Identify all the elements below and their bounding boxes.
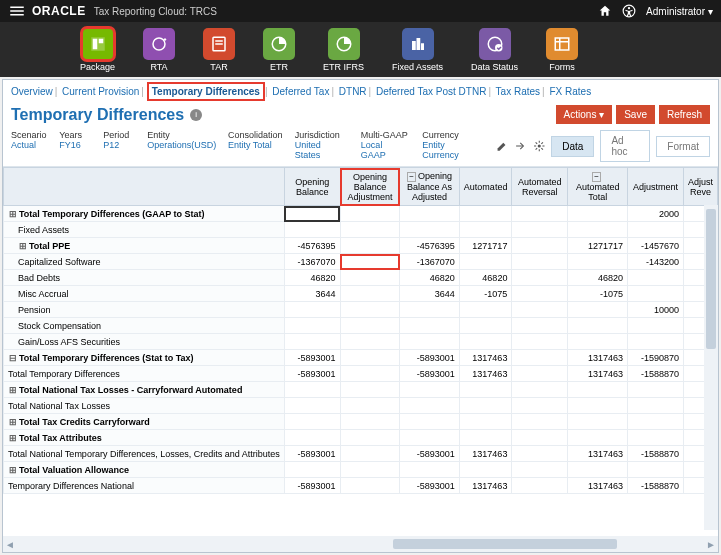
nav-tar[interactable]: TAR [203,28,235,72]
row-label[interactable]: Gain/Loss AFS Securities [4,334,285,350]
tab-current-provision[interactable]: Current Provision [62,86,139,97]
tab-temporary-differences[interactable]: Temporary Differences [149,84,263,99]
expand-icon[interactable]: ⊞ [8,465,17,475]
row-label[interactable]: ⊞Total National Tax Losses - Carryforwar… [4,382,285,398]
cell[interactable]: -1588870 [628,478,684,494]
cell[interactable] [568,462,628,478]
cell[interactable] [628,430,684,446]
row-label[interactable]: ⊞Total PPE [4,238,285,254]
cell[interactable]: -1457670 [628,238,684,254]
cell[interactable] [512,318,568,334]
table-row[interactable]: ⊞Total Temporary Differences (GAAP to St… [4,206,718,222]
cell[interactable]: 1317463 [459,478,512,494]
col-adjust-reve[interactable]: Adjust Reve [683,168,717,206]
cell[interactable]: -1075 [568,286,628,302]
cell[interactable]: -5893001 [284,350,340,366]
table-row[interactable]: ⊞Total Tax Attributes [4,430,718,446]
col-opening-balance-adjusted[interactable]: −Opening Balance As Adjusted [400,168,460,206]
home-icon[interactable] [598,4,612,18]
cell[interactable]: 1317463 [459,446,512,462]
col-opening-balance[interactable]: Opening Balance [284,168,340,206]
cell[interactable] [512,350,568,366]
cell[interactable]: 46820 [459,270,512,286]
scroll-right-icon[interactable]: ► [704,539,718,550]
cell[interactable]: -1588870 [628,366,684,382]
cell[interactable] [628,270,684,286]
cell[interactable]: -1075 [459,286,512,302]
cell[interactable]: 1271717 [568,238,628,254]
cell[interactable] [340,366,400,382]
cell[interactable]: -5893001 [284,446,340,462]
cell[interactable] [284,206,340,222]
cell[interactable]: -1588870 [628,446,684,462]
row-label[interactable]: Misc Accrual [4,286,285,302]
cell[interactable] [459,414,512,430]
expand-icon[interactable]: ⊞ [8,209,17,219]
vertical-scrollbar[interactable] [704,205,718,530]
cell[interactable] [400,382,460,398]
cell[interactable] [628,318,684,334]
cell[interactable] [459,334,512,350]
cell[interactable] [568,398,628,414]
cell[interactable] [512,334,568,350]
cell[interactable] [340,462,400,478]
row-label[interactable]: Total Temporary Differences [4,366,285,382]
table-row[interactable]: Stock Compensation [4,318,718,334]
col-automated[interactable]: Automated [459,168,512,206]
collapse-icon[interactable]: − [407,172,416,182]
cell[interactable]: -5893001 [400,478,460,494]
expand-icon[interactable]: ⊞ [8,417,17,427]
cell[interactable] [400,414,460,430]
table-row[interactable]: Gain/Loss AFS Securities [4,334,718,350]
col-opening-balance-adjustment[interactable]: Opening Balance Adjustment [340,168,400,206]
cell[interactable] [340,350,400,366]
cell[interactable] [284,382,340,398]
actions-button[interactable]: Actions ▾ [556,105,613,124]
cell[interactable]: 1317463 [459,366,512,382]
cell[interactable] [459,206,512,222]
cell[interactable] [400,302,460,318]
cell[interactable] [628,286,684,302]
view-tab-format[interactable]: Format [656,136,710,157]
menu-icon[interactable] [8,2,26,20]
row-label[interactable]: Fixed Assets [4,222,285,238]
cell[interactable] [568,414,628,430]
nav-rta[interactable]: RTA [143,28,175,72]
nav-etr[interactable]: ETR [263,28,295,72]
cell[interactable]: 10000 [628,302,684,318]
cell[interactable] [284,430,340,446]
cell[interactable] [568,206,628,222]
pov-multigaap[interactable]: Multi-GAAPLocal GAAP [361,130,408,160]
cell[interactable]: -1367070 [284,254,340,270]
cell[interactable]: 1317463 [568,366,628,382]
cell[interactable]: 46820 [400,270,460,286]
cell[interactable] [284,398,340,414]
cell[interactable] [512,462,568,478]
cell[interactable]: 1271717 [459,238,512,254]
table-row[interactable]: ⊞Total Valuation Allowance [4,462,718,478]
row-label[interactable]: Total National Tax Losses [4,398,285,414]
nav-package[interactable]: Package [80,28,115,72]
cell[interactable] [512,382,568,398]
expand-icon[interactable]: ⊞ [8,433,17,443]
cell[interactable]: -1590870 [628,350,684,366]
cell[interactable] [340,446,400,462]
cell[interactable] [400,222,460,238]
view-tab-adhoc[interactable]: Ad hoc [600,130,650,162]
row-label[interactable]: Pension [4,302,285,318]
tab-overview[interactable]: Overview [11,86,53,97]
pov-jurisdiction[interactable]: JurisdictionUnited States [295,130,347,160]
row-label[interactable]: Stock Compensation [4,318,285,334]
cell[interactable]: -5893001 [284,478,340,494]
cell[interactable] [568,302,628,318]
cell[interactable] [459,382,512,398]
row-label[interactable]: ⊞Total Temporary Differences (GAAP to St… [4,206,285,222]
cell[interactable] [340,222,400,238]
collapse-icon[interactable]: − [592,172,601,182]
cell[interactable] [284,222,340,238]
table-row[interactable]: Fixed Assets [4,222,718,238]
cell[interactable]: -5893001 [400,366,460,382]
admin-dropdown[interactable]: Administrator ▾ [646,6,713,17]
pov-years[interactable]: YearsFY16 [59,130,89,150]
cell[interactable] [512,270,568,286]
